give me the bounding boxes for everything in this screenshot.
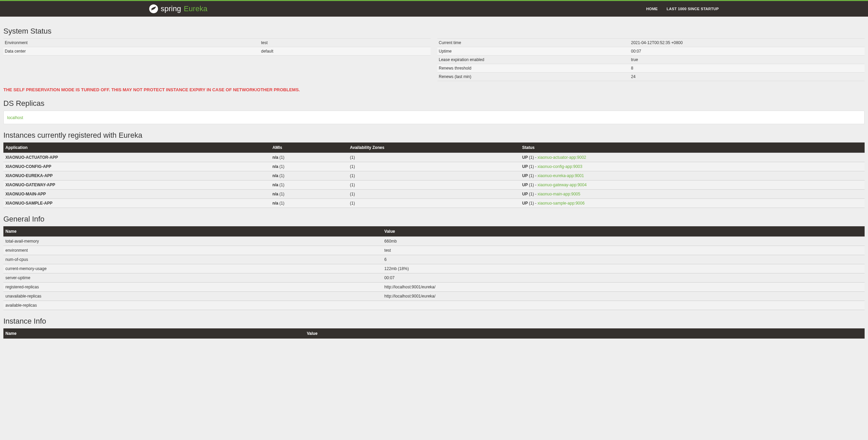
instance-link[interactable]: xiaonuo-main-app:9005 — [537, 192, 580, 196]
gi-name: current-memory-usage — [3, 264, 382, 273]
kv-value: 2021-04-12T00:52:35 +0800 — [630, 39, 865, 47]
system-status-columns: EnvironmenttestData centerdefault Curren… — [3, 38, 865, 81]
navbar: spring Eureka HOME LAST 1000 SINCE START… — [0, 1, 868, 17]
system-status-left-table: EnvironmenttestData centerdefault — [3, 38, 431, 56]
general-info-th-value: Value — [382, 226, 865, 237]
instance-link[interactable]: xiaonuo-actuator-app:9002 — [537, 155, 586, 160]
system-status-row: Renews (last min)24 — [437, 73, 865, 81]
gi-name: environment — [3, 246, 382, 255]
gi-name: registered-replicas — [3, 283, 382, 292]
system-status-row: Lease expiration enabledtrue — [437, 56, 865, 64]
instance-amis: n/a (1) — [270, 171, 348, 180]
table-row: registered-replicashttp://localhost:9001… — [3, 283, 865, 292]
kv-value: test — [260, 39, 431, 47]
kv-key: Renews (last min) — [437, 73, 630, 81]
instances-table: Application AMIs Availability Zones Stat… — [3, 142, 865, 208]
instance-az: (1) — [348, 180, 520, 190]
nav-last1000[interactable]: LAST 1000 SINCE STARTUP — [667, 7, 719, 11]
ds-replicas-box: localhost — [3, 111, 865, 124]
ds-replicas-heading: DS Replicas — [3, 99, 865, 108]
gi-name: server-uptime — [3, 273, 382, 283]
general-info-heading: General Info — [3, 215, 865, 224]
instance-az: (1) — [348, 190, 520, 199]
gi-value: http://localhost:9001/eureka/ — [382, 292, 865, 301]
table-row: XIAONUO-MAIN-APPn/a (1)(1)UP (1) - xiaon… — [3, 190, 865, 199]
table-row: XIAONUO-EUREKA-APPn/a (1)(1)UP (1) - xia… — [3, 171, 865, 180]
kv-key: Lease expiration enabled — [437, 56, 630, 64]
table-row: XIAONUO-GATEWAY-APPn/a (1)(1)UP (1) - xi… — [3, 180, 865, 190]
instance-az: (1) — [348, 153, 520, 162]
table-row: environmenttest — [3, 246, 865, 255]
kv-key: Environment — [3, 39, 260, 47]
gi-value: 6 — [382, 255, 865, 264]
system-status-row: Environmenttest — [3, 39, 431, 47]
instance-amis: n/a (1) — [270, 153, 348, 162]
gi-value: http://localhost:9001/eureka/ — [382, 283, 865, 292]
instance-amis: n/a (1) — [270, 190, 348, 199]
gi-name: num-of-cpus — [3, 255, 382, 264]
instances-heading: Instances currently registered with Eure… — [3, 131, 865, 140]
system-status-row: Data centerdefault — [3, 47, 431, 56]
instance-app: XIAONUO-ACTUATOR-APP — [3, 153, 270, 162]
general-info-table: Name Value total-avail-memory660mbenviro… — [3, 226, 865, 310]
table-row: XIAONUO-CONFIG-APPn/a (1)(1)UP (1) - xia… — [3, 162, 865, 171]
nav-right: HOME LAST 1000 SINCE STARTUP — [646, 7, 719, 11]
ds-replica-link[interactable]: localhost — [7, 115, 23, 120]
kv-key: Current time — [437, 39, 630, 47]
table-row: XIAONUO-ACTUATOR-APPn/a (1)(1)UP (1) - x… — [3, 153, 865, 162]
table-row: current-memory-usage122mb (18%) — [3, 264, 865, 273]
brand[interactable]: spring Eureka — [149, 4, 208, 13]
gi-value: 00:07 — [382, 273, 865, 283]
instance-amis: n/a (1) — [270, 162, 348, 171]
kv-key: Renews threshold — [437, 64, 630, 73]
system-status-row: Current time2021-04-12T00:52:35 +0800 — [437, 39, 865, 47]
instance-info-th-name: Name — [3, 328, 305, 339]
instance-app: XIAONUO-CONFIG-APP — [3, 162, 270, 171]
instances-th-az: Availability Zones — [348, 142, 520, 153]
system-status-row: Renews threshold8 — [437, 64, 865, 73]
instance-az: (1) — [348, 199, 520, 208]
kv-value: true — [630, 56, 865, 64]
gi-value: 660mb — [382, 237, 865, 246]
instance-status: UP (1) - xiaonuo-main-app:9005 — [520, 190, 865, 199]
instance-status: UP (1) - xiaonuo-eureka-app:9001 — [520, 171, 865, 180]
instance-link[interactable]: xiaonuo-gateway-app:9004 — [537, 183, 587, 187]
page-container: System Status EnvironmenttestData center… — [0, 17, 868, 342]
table-row: num-of-cpus6 — [3, 255, 865, 264]
spring-logo-icon — [149, 4, 158, 13]
gi-value: test — [382, 246, 865, 255]
system-status-right-table: Current time2021-04-12T00:52:35 +0800Upt… — [437, 38, 865, 81]
instance-link[interactable]: xiaonuo-eureka-app:9001 — [537, 173, 584, 178]
self-preservation-warning: THE SELF PRESERVATION MODE IS TURNED OFF… — [3, 87, 865, 92]
instance-amis: n/a (1) — [270, 180, 348, 190]
instance-status: UP (1) - xiaonuo-config-app:9003 — [520, 162, 865, 171]
general-info-th-name: Name — [3, 226, 382, 237]
table-row: available-replicas — [3, 301, 865, 310]
gi-value — [382, 301, 865, 310]
instance-az: (1) — [348, 162, 520, 171]
kv-value: 8 — [630, 64, 865, 73]
instance-status: UP (1) - xiaonuo-sample-app:9006 — [520, 199, 865, 208]
instance-info-heading: Instance Info — [3, 317, 865, 326]
kv-value: 00:07 — [630, 47, 865, 56]
instance-link[interactable]: xiaonuo-sample-app:9006 — [537, 201, 585, 206]
table-row: unavailable-replicashttp://localhost:900… — [3, 292, 865, 301]
instance-app: XIAONUO-MAIN-APP — [3, 190, 270, 199]
instance-az: (1) — [348, 171, 520, 180]
instance-app: XIAONUO-GATEWAY-APP — [3, 180, 270, 190]
kv-key: Uptime — [437, 47, 630, 56]
nav-home[interactable]: HOME — [646, 7, 658, 11]
gi-name: total-avail-memory — [3, 237, 382, 246]
table-row: total-avail-memory660mb — [3, 237, 865, 246]
instance-info-th-value: Value — [305, 328, 865, 339]
table-row: XIAONUO-SAMPLE-APPn/a (1)(1)UP (1) - xia… — [3, 199, 865, 208]
instance-status: UP (1) - xiaonuo-actuator-app:9002 — [520, 153, 865, 162]
instances-th-amis: AMIs — [270, 142, 348, 153]
kv-value: 24 — [630, 73, 865, 81]
brand-eureka-text: Eureka — [184, 4, 208, 13]
instance-info-table: Name Value — [3, 328, 865, 339]
brand-spring-text: spring — [161, 4, 181, 13]
gi-name: unavailable-replicas — [3, 292, 382, 301]
instance-link[interactable]: xiaonuo-config-app:9003 — [537, 164, 582, 169]
kv-value: default — [260, 47, 431, 56]
